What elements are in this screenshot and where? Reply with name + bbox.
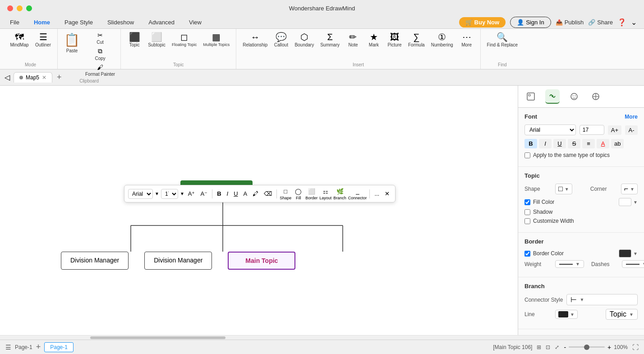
find-replace-button[interactable]: 🔍 Find & Replace (484, 31, 520, 50)
font-size-select[interactable]: 17 (161, 189, 178, 199)
copy-button[interactable]: ⧉ Copy (83, 46, 117, 62)
float-underline-button[interactable]: U (232, 189, 239, 198)
publish-button[interactable]: 📤 Publish (556, 19, 584, 26)
add-page-btn[interactable]: + (36, 342, 41, 352)
lowercase-panel-btn[interactable]: ab (611, 139, 624, 148)
tab-map5[interactable]: Map5 ✕ (14, 72, 52, 83)
float-eraser-button[interactable]: ⌫ (262, 189, 274, 198)
scrollbar-thumb[interactable] (90, 336, 225, 339)
expand-canvas-icon[interactable]: ⤢ (555, 344, 559, 350)
format-painter-button[interactable]: 🖌 Format Painter (83, 63, 117, 78)
menu-view[interactable]: View (186, 18, 204, 27)
subtopic-button[interactable]: ⬜ Subtopic (145, 31, 168, 50)
float-more-button[interactable]: ... (373, 189, 381, 198)
menu-home[interactable]: Home (31, 18, 53, 27)
panel-tab-appearance[interactable] (524, 89, 538, 104)
floating-topic-button[interactable]: ◻ Floating Topic (169, 31, 199, 49)
fit-icon[interactable]: ⊡ (546, 344, 550, 350)
panel-tab-emoji[interactable] (567, 89, 581, 104)
float-italic-button[interactable]: I (225, 189, 230, 198)
connector-style-selector[interactable]: ⊢ ▼ (566, 294, 638, 305)
shape-selector[interactable]: □ ▼ (555, 184, 572, 194)
mark-button[interactable]: ★ Mark (364, 31, 384, 50)
summary-button[interactable]: Σ Summary (317, 31, 342, 50)
note-button[interactable]: ✏ Note (343, 31, 363, 50)
float-close-button[interactable]: ✕ (383, 189, 391, 198)
close-tab-icon[interactable]: ✕ (42, 74, 46, 81)
font-family-panel-select[interactable]: Arial (524, 124, 576, 135)
minimize-button[interactable] (17, 5, 23, 11)
outliner-button[interactable]: ☰ Outliner (32, 31, 54, 50)
cut-button[interactable]: ✂ Cut (83, 31, 117, 46)
shadow-checkbox[interactable] (524, 209, 530, 215)
multiple-topics-button[interactable]: ▦ Multiple Topics (200, 31, 232, 49)
boundary-button[interactable]: ⬡ Boundary (292, 31, 317, 50)
apply-same-checkbox[interactable] (524, 152, 530, 158)
sidebar-toggle-btn[interactable]: ☰ (5, 344, 11, 351)
underline-panel-btn[interactable]: U (553, 139, 566, 148)
menu-slideshow[interactable]: Slideshow (105, 18, 137, 27)
weight-selector[interactable]: ▼ (555, 260, 584, 268)
child-node-3[interactable]: Main Topic (228, 252, 295, 270)
callout-button[interactable]: 💬 Callout (271, 31, 291, 50)
dashes-selector[interactable]: ▼ (622, 260, 644, 268)
menu-advanced[interactable]: Advanced (146, 18, 177, 27)
more-insert-button[interactable]: ⋯ More (457, 31, 477, 50)
expand-icon[interactable]: ⌄ (631, 18, 637, 27)
close-button[interactable] (7, 5, 13, 11)
zoom-minus-btn[interactable]: - (564, 344, 566, 351)
formula-button[interactable]: ∑ Formula (405, 31, 428, 50)
font-increase-panel-btn[interactable]: A+ (608, 125, 621, 135)
font-more-link[interactable]: More (625, 114, 638, 120)
table-icon[interactable]: ⊞ (537, 344, 541, 350)
customize-width-checkbox[interactable] (524, 218, 530, 224)
font-size-panel-input[interactable] (580, 125, 604, 135)
zoom-plus-btn[interactable]: + (607, 344, 611, 351)
float-shape-button[interactable]: □ (282, 187, 289, 196)
fill-color-checkbox[interactable] (524, 199, 530, 205)
horizontal-scrollbar[interactable] (0, 335, 644, 340)
add-tab-button[interactable]: + (54, 72, 64, 83)
share-button[interactable]: 🔗 Share (588, 19, 613, 26)
font-color-panel-btn[interactable]: A (597, 139, 609, 148)
menu-page-style[interactable]: Page Style (62, 18, 96, 27)
float-highlight-button[interactable]: 🖍 (251, 189, 260, 198)
corner-selector[interactable]: ⌐ ▼ (621, 184, 638, 194)
numbering-button[interactable]: ① Numbering (428, 31, 456, 50)
menu-file[interactable]: File (7, 18, 22, 27)
italic-panel-btn[interactable]: I (539, 139, 552, 148)
float-layout-button[interactable]: ⚏ (321, 187, 330, 196)
border-color-arrow[interactable]: ▼ (633, 251, 638, 256)
line-type-selector[interactable]: Topic ▼ (606, 309, 638, 320)
canvas[interactable]: Pres... Arial ▼ 17 ▼ A⁺ A⁻ B I U A (0, 86, 518, 335)
buy-now-button[interactable]: 🛒 Buy Now (459, 17, 506, 28)
font-increase-button[interactable]: A⁺ (186, 189, 197, 198)
help-icon[interactable]: ❓ (617, 18, 626, 27)
fill-color-swatch[interactable] (619, 198, 631, 206)
float-connector-button[interactable]: ⎯ (354, 187, 361, 196)
picture-button[interactable]: 🖼 Picture (385, 31, 405, 50)
border-color-swatch[interactable] (619, 249, 631, 257)
float-bold-button[interactable]: B (215, 189, 223, 198)
font-decrease-panel-btn[interactable]: A- (625, 125, 638, 135)
float-branch-button[interactable]: 🌿 (335, 187, 345, 196)
sidebar-toggle[interactable]: ◁ (5, 73, 10, 82)
topic-button[interactable]: ⬛ Topic (124, 31, 144, 50)
float-fill-button[interactable]: ◯ (293, 187, 304, 196)
child-node-2[interactable]: Division Manager (144, 252, 212, 270)
border-color-checkbox[interactable] (524, 251, 530, 257)
strikethrough-panel-btn[interactable]: S (568, 139, 580, 148)
bold-panel-btn[interactable]: B (524, 139, 537, 148)
line-color-selector[interactable]: ▼ (555, 310, 578, 319)
font-decrease-button[interactable]: A⁻ (198, 189, 209, 198)
align-panel-btn[interactable]: ≡ (582, 139, 595, 148)
sign-in-button[interactable]: 👤 Sign In (510, 17, 551, 28)
float-color-button[interactable]: A (242, 189, 249, 198)
font-family-select[interactable]: Arial (128, 189, 153, 199)
zoom-slider[interactable] (569, 346, 605, 348)
child-node-1[interactable]: Division Manager (61, 252, 129, 270)
fill-color-arrow[interactable]: ▼ (633, 200, 638, 205)
relationship-button[interactable]: ↔ Relationship (240, 31, 270, 50)
panel-tab-theme[interactable] (589, 89, 603, 104)
paste-button[interactable]: 📋 Paste (61, 31, 83, 55)
